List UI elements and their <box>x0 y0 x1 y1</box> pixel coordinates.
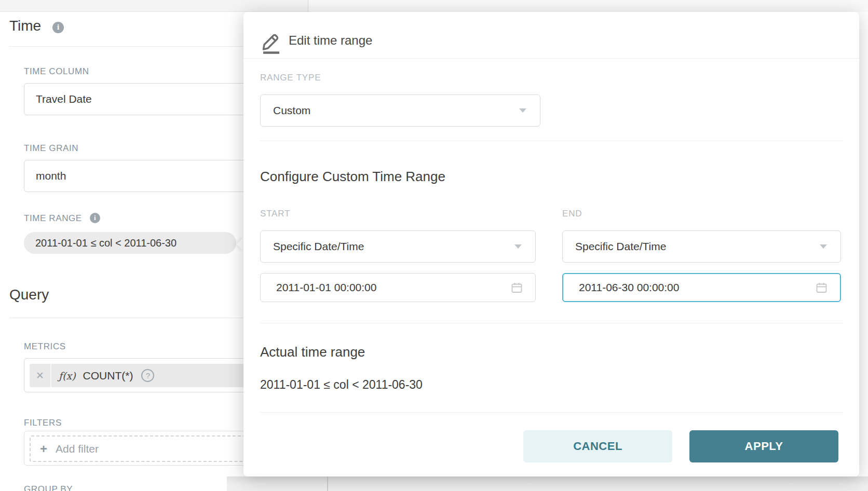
end-type-select[interactable]: Specific Date/Time <box>562 230 841 263</box>
plus-icon: + <box>40 442 47 456</box>
filters-container: + Add filter <box>24 431 273 466</box>
metric-remove-icon[interactable]: ✕ <box>30 364 51 387</box>
calendar-icon[interactable] <box>816 282 828 294</box>
query-section-divider <box>9 318 243 318</box>
time-info-icon[interactable]: i <box>52 22 64 33</box>
page-top-strip-right <box>308 0 868 12</box>
popover-header-divider <box>243 58 859 59</box>
time-section-divider <box>9 46 243 47</box>
explore-page: Time i TIME COLUMN Travel Date TIME GRAI… <box>0 0 868 491</box>
start-datetime-value: 2011-01-01 00:00:00 <box>276 281 376 294</box>
time-grain-label: TIME GRAIN <box>24 143 78 154</box>
panel-splitter-top <box>308 0 308 12</box>
end-type-value: Specific Date/Time <box>575 240 666 253</box>
panel-splitter-bottom <box>327 476 328 491</box>
add-filter-button[interactable]: + Add filter <box>30 435 267 462</box>
time-grain-value: month <box>36 170 66 182</box>
actual-range-heading: Actual time range <box>260 344 365 360</box>
time-column-select[interactable]: Travel Date <box>24 83 273 115</box>
start-datetime-input[interactable]: 2011-01-01 00:00:00 <box>260 273 536 302</box>
time-column-label: TIME COLUMN <box>24 66 89 77</box>
time-section-title-text: Time <box>9 18 41 34</box>
range-type-value: Custom <box>273 104 310 117</box>
time-range-label-text: TIME RANGE <box>24 213 82 223</box>
edit-time-range-popover: Edit time range RANGE TYPE Custom Config… <box>243 12 859 476</box>
query-section-title: Query <box>9 287 49 303</box>
fx-icon: ƒ(x) <box>59 370 76 381</box>
start-type-select[interactable]: Specific Date/Time <box>260 230 536 263</box>
popover-title: Edit time range <box>289 33 372 48</box>
metric-chip[interactable]: ✕ ƒ(x) COUNT(*) ? <box>30 364 267 387</box>
page-bottom-strip <box>227 476 868 491</box>
metric-help-icon[interactable]: ? <box>141 369 154 382</box>
time-range-info-icon[interactable]: i <box>90 213 100 223</box>
footer-divider <box>260 412 843 413</box>
configure-divider <box>260 323 843 323</box>
metrics-label: METRICS <box>24 342 66 352</box>
chevron-down-icon <box>514 244 522 249</box>
add-filter-label: Add filter <box>56 443 99 455</box>
start-label: START <box>260 209 290 219</box>
metric-name: COUNT(*) <box>83 370 133 382</box>
actual-range-value: 2011-01-01 ≤ col < 2011-06-30 <box>260 378 423 392</box>
configure-heading: Configure Custom Time Range <box>260 169 445 185</box>
time-grain-select[interactable]: month <box>24 160 273 192</box>
time-section-title: Time i <box>9 18 64 34</box>
calendar-icon[interactable] <box>511 282 523 294</box>
end-datetime-input[interactable]: 2011-06-30 00:00:00 <box>562 273 841 302</box>
metrics-container: ✕ ƒ(x) COUNT(*) ? <box>24 358 273 392</box>
chevron-down-icon <box>519 108 526 113</box>
range-type-divider <box>260 141 843 141</box>
time-range-label: TIME RANGE i <box>24 213 100 224</box>
range-type-select[interactable]: Custom <box>260 94 540 127</box>
edit-pencil-icon <box>261 30 282 55</box>
start-type-value: Specific Date/Time <box>273 240 364 253</box>
end-label: END <box>562 209 582 219</box>
apply-button[interactable]: APPLY <box>689 430 838 462</box>
chevron-down-icon <box>820 244 827 249</box>
end-datetime-value: 2011-06-30 00:00:00 <box>579 281 679 294</box>
time-range-pill[interactable]: 2011-01-01 ≤ col < 2011-06-30 <box>24 232 236 254</box>
group-by-label: GROUP BY <box>24 484 73 491</box>
cancel-button[interactable]: CANCEL <box>523 430 672 462</box>
time-column-value: Travel Date <box>36 93 92 105</box>
time-range-pill-value: 2011-01-01 ≤ col < 2011-06-30 <box>35 237 177 249</box>
filters-label: FILTERS <box>24 418 62 428</box>
range-type-label: RANGE TYPE <box>260 73 321 83</box>
